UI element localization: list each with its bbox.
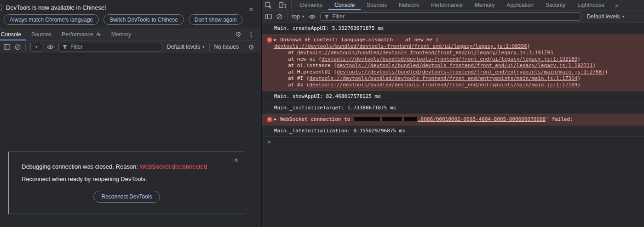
console-text: at new oi ( (288, 56, 322, 62)
console-message-line: at #x (devtools://devtools/bundled/devto… (288, 82, 640, 88)
inspect-element-icon[interactable] (262, 0, 276, 10)
filter-box (58, 43, 162, 51)
tab-memory[interactable]: Memory (469, 0, 500, 10)
console-message-line: ▶Unknown VE context: language-mismatch a… (274, 37, 640, 43)
stack-trace-link[interactable]: devtools://devtools/bundled/devtools-fro… (322, 56, 577, 62)
stack-trace-link[interactable]: devtools://devtools/bundled/devtools-fro… (309, 82, 577, 88)
notification-actions: Always match Chrome's languageSwitch Dev… (4, 14, 256, 25)
stack-trace-link[interactable]: devtools://devtools/bundled/devtools-fro… (337, 69, 605, 75)
left-tab-performance[interactable]: Performance (57, 28, 106, 40)
close-icon[interactable]: × (249, 6, 253, 13)
stack-trace-link[interactable]: devtools://devtools/bundled/devtools-fro… (309, 75, 577, 81)
redacted-text (404, 117, 417, 121)
console-message-list: Main._createAppUI: 5.332763671875 ms×▶Un… (262, 23, 644, 137)
console-text: at #x ( (288, 82, 309, 88)
console-settings-gear-icon[interactable]: ⚙ (248, 44, 254, 51)
disconnect-reason: WebSocket disconnected (140, 163, 207, 170)
javascript-context-selector[interactable]: top ▾ (292, 13, 304, 20)
console-error-message: ×▶WebSocket connection to .6086/00010002… (262, 114, 644, 125)
console-text: at H.presentUI ( (288, 69, 337, 75)
notification-button-switch-devtools-to-chinese[interactable]: Switch DevTools to Chinese (104, 14, 184, 25)
right-devtools-window: ElementsConsoleSourcesNetworkPerformance… (262, 0, 644, 227)
tab-console[interactable]: Console (328, 0, 361, 10)
console-text: Main._showAppUI: 82.468017578125 ms (274, 93, 381, 99)
context-selector-dropdown[interactable]: ▾ (30, 43, 42, 51)
console-message-line: devtools://devtools/bundled/devtools-fro… (274, 43, 640, 50)
notification-button-always-match-chrome-s-language[interactable]: Always match Chrome's language (4, 14, 99, 25)
notification-title-row: DevTools is now available in Chinese! (5, 4, 256, 11)
log-levels-dropdown[interactable]: Default levels ▾ (167, 44, 205, 50)
console-log-message: Main._showAppUI: 82.468017578125 ms (262, 91, 644, 102)
tab-application[interactable]: Application (500, 0, 540, 10)
stack-trace-link[interactable]: devtools://devtools/bundled/devtools-fro… (274, 43, 527, 49)
live-expression-eye-icon[interactable] (47, 45, 54, 50)
console-message-line: at oi.instance (devtools://devtools/bund… (288, 62, 640, 69)
console-text: WebSocket connection to (280, 116, 353, 122)
tab-network[interactable]: Network (393, 0, 425, 10)
tab-performance[interactable]: Performance (425, 0, 469, 10)
left-tab-memory[interactable]: Memory (106, 28, 136, 40)
notification-message: DevTools is now available in Chinese! (6, 4, 106, 11)
tab-lighthouse[interactable]: Lighthouse (571, 0, 610, 10)
redacted-text (382, 117, 402, 121)
debug-disconnected-dialog: × Debugging connection was closed. Reaso… (8, 152, 245, 214)
console-message-line: at H.presentUI (devtools://devtools/bund… (288, 69, 640, 75)
console-text: ) (577, 56, 581, 62)
log-levels-dropdown[interactable]: Default levels ▾ (586, 13, 624, 20)
stack-trace-link[interactable]: .6086/00010002-0003-4004-8005-0006000700… (418, 116, 546, 122)
device-toolbar-icon[interactable] (276, 0, 289, 10)
left-tab-sources[interactable]: Sources (26, 28, 57, 40)
panel-tabs: ElementsConsoleSourcesNetworkPerformance… (293, 0, 610, 10)
console-prompt[interactable]: > (262, 137, 644, 148)
tab-security[interactable]: Security (540, 0, 571, 10)
clear-console-icon[interactable] (15, 44, 21, 50)
reconnect-devtools-button[interactable]: Reconnect DevTools (93, 191, 160, 203)
expand-triangle-icon[interactable]: ▶ (274, 116, 280, 123)
console-sidebar-icon[interactable] (265, 14, 272, 19)
dialog-instruction: Reconnect when ready by reopening DevToo… (22, 176, 232, 182)
console-area: Main._createAppUI: 5.332763671875 ms×▶Un… (262, 23, 644, 227)
tab-sources[interactable]: Sources (361, 0, 393, 10)
toolbar-separator (209, 43, 210, 51)
expand-triangle-icon[interactable]: ▶ (274, 37, 280, 43)
kebab-menu-icon[interactable]: ⋮ (248, 31, 254, 38)
tab-elements[interactable]: Elements (293, 0, 328, 10)
filter-funnel-icon (62, 45, 68, 50)
console-text: Unknown VE context: language-mismatch at… (280, 37, 438, 43)
console-text: at oi.instance ( (288, 62, 337, 68)
console-message-line: at devtools://devtools/bundled/devtools-… (288, 50, 640, 56)
issues-counter[interactable]: No Issues (214, 44, 239, 50)
log-levels-label: Default levels (586, 13, 620, 20)
left-tabs: ConsoleSourcesPerformanceMemory (0, 28, 136, 40)
console-log-message: Main._initializeTarget: 1.73388671875 ms (262, 102, 644, 114)
left-panel-tab-bar: ConsoleSourcesPerformanceMemory ⚙ ⋮ (0, 28, 261, 41)
chevron-down-icon: ▾ (622, 15, 624, 19)
console-toolbar: top ▾ Default levels ▾ (262, 11, 644, 23)
settings-gear-icon[interactable]: ⚙ (236, 31, 242, 38)
chevron-down-icon: ▾ (35, 45, 38, 49)
filter-input[interactable] (70, 44, 159, 50)
filter-box (320, 12, 581, 21)
console-text: Main._lateInitialization: 0.155029296875… (274, 128, 405, 134)
console-text: Main._createAppUI: 5.332763671875 ms (274, 25, 384, 31)
stack-trace-link[interactable]: devtools://devtools/bundled/devtools-fro… (337, 62, 592, 68)
stack-trace-link[interactable]: devtools://devtools/bundled/devtools-fro… (297, 50, 553, 56)
left-tab-console[interactable]: Console (0, 28, 26, 40)
console-text: ) (527, 43, 530, 49)
live-metrics-icon (96, 32, 101, 37)
live-expression-eye-icon[interactable] (309, 14, 316, 19)
screen: DevTools is now available in Chinese! × … (0, 0, 644, 227)
clear-console-icon[interactable] (276, 14, 282, 20)
console-text: at (288, 50, 297, 56)
log-levels-label: Default levels (167, 44, 200, 50)
more-tabs-button[interactable]: » (611, 0, 622, 10)
console-text: ) (605, 69, 608, 75)
notification-button-don-t-show-again[interactable]: Don't show again (189, 14, 243, 25)
context-label: top (292, 13, 300, 20)
close-icon[interactable]: × (234, 157, 238, 164)
left-console-toolbar: ▾ Default levels ▾ No Issues ⚙ (0, 41, 261, 53)
filter-input[interactable] (332, 13, 577, 20)
console-sidebar-icon[interactable] (4, 44, 10, 50)
error-icon: × (267, 117, 272, 122)
console-log-message: Main._createAppUI: 5.332763671875 ms (262, 23, 644, 34)
